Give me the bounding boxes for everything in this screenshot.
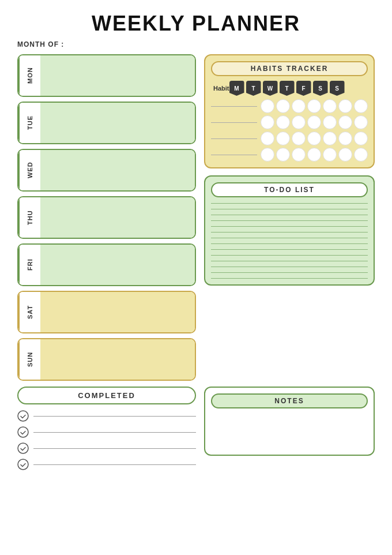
habit-row-0 (211, 99, 368, 113)
habit-circle-0-0[interactable] (261, 99, 274, 113)
day-content-sun[interactable] (40, 339, 195, 380)
habit-circle-1-5[interactable] (338, 115, 352, 129)
todo-line-9 (211, 255, 368, 256)
completed-item-3 (17, 459, 196, 470)
days-header-row: MTWTFSS (229, 81, 345, 96)
completed-header: COMPLETED (17, 387, 196, 404)
day-badge-6: S (330, 81, 345, 96)
habit-circle-1-1[interactable] (276, 115, 290, 129)
habit-circles-2 (261, 132, 368, 145)
svg-point-1 (18, 427, 28, 437)
habit-circle-3-5[interactable] (338, 148, 352, 162)
day-badge-0: M (229, 81, 244, 96)
day-label-fri: FRI (18, 245, 40, 285)
day-content-thu[interactable] (40, 197, 195, 238)
notes-section: NOTES (204, 387, 375, 456)
svg-point-0 (18, 411, 28, 421)
habit-circle-2-4[interactable] (323, 132, 337, 145)
svg-point-2 (18, 443, 28, 453)
habit-circle-0-1[interactable] (276, 99, 290, 113)
day-content-fri[interactable] (40, 245, 195, 285)
habits-tracker-title: HABITS TRACKER (211, 61, 368, 76)
todo-line-5 (211, 232, 368, 232)
day-content-tue[interactable] (40, 103, 195, 143)
todo-lines (211, 203, 368, 279)
day-label-tue: TUE (18, 103, 40, 143)
habit-circle-1-3[interactable] (307, 115, 321, 129)
habit-row-1 (211, 115, 368, 129)
day-label-wed: WED (18, 150, 40, 190)
todo-line-8 (211, 249, 368, 250)
habit-circle-2-3[interactable] (307, 132, 321, 145)
day-badge-3: T (280, 81, 295, 96)
day-row-sat: SAT (17, 291, 196, 333)
check-line-2 (33, 448, 196, 449)
completed-items (17, 410, 196, 470)
todo-line-6 (211, 238, 368, 238)
habit-name-line-3 (211, 155, 257, 155)
todo-line-7 (211, 243, 368, 244)
habit-row-3 (211, 148, 368, 162)
habit-circle-0-6[interactable] (354, 99, 368, 113)
todo-line-10 (211, 261, 368, 261)
todo-title: TO-DO LIST (211, 182, 368, 197)
check-icon-0 (17, 410, 29, 422)
svg-point-3 (18, 459, 28, 470)
habit-circle-2-5[interactable] (338, 132, 352, 145)
todo-line-13 (211, 278, 368, 279)
habit-name-line-2 (211, 138, 257, 139)
check-line-0 (33, 416, 196, 417)
day-badge-1: T (246, 81, 261, 96)
habit-circles-1 (261, 115, 368, 129)
day-row-wed: WED (17, 149, 196, 192)
habit-name-line-0 (211, 106, 257, 107)
habit-circle-1-0[interactable] (261, 115, 274, 129)
day-label-mon: MON (18, 55, 40, 96)
completed-item-2 (17, 442, 196, 454)
day-badge-4: F (296, 81, 311, 96)
day-row-mon: MON (17, 54, 196, 97)
habit-circle-0-2[interactable] (292, 99, 306, 113)
habits-rows (211, 99, 368, 162)
bottom-section: COMPLETED NOTES (17, 387, 375, 475)
habit-circle-3-3[interactable] (307, 148, 321, 162)
habit-column-header: Habit (211, 85, 229, 92)
habit-circle-3-4[interactable] (323, 148, 337, 162)
todo-line-2 (211, 215, 368, 215)
habit-circles-0 (261, 99, 368, 113)
day-content-wed[interactable] (40, 150, 195, 190)
page-title: WEEKLY PLANNER (17, 12, 375, 36)
habit-circle-1-4[interactable] (323, 115, 337, 129)
todo-line-1 (211, 209, 368, 209)
habit-circle-2-2[interactable] (292, 132, 306, 145)
habit-circles-3 (261, 148, 368, 162)
habit-circle-3-2[interactable] (292, 148, 306, 162)
habit-circle-3-6[interactable] (354, 148, 368, 162)
check-icon-2 (17, 442, 29, 454)
habit-circle-1-2[interactable] (292, 115, 306, 129)
todo-line-3 (211, 220, 368, 221)
day-label-sun: SUN (18, 339, 40, 380)
habit-circle-2-0[interactable] (261, 132, 274, 145)
days-column: MON TUE WED THU FRI SAT SUN (17, 54, 196, 381)
todo-section: TO-DO LIST (204, 175, 375, 286)
habit-circle-3-1[interactable] (276, 148, 290, 162)
habit-circle-0-4[interactable] (323, 99, 337, 113)
completed-item-0 (17, 410, 196, 422)
day-content-sat[interactable] (40, 292, 195, 332)
day-label-thu: THU (18, 197, 40, 238)
habit-circle-2-1[interactable] (276, 132, 290, 145)
day-content-mon[interactable] (40, 55, 195, 96)
habit-circle-0-3[interactable] (307, 99, 321, 113)
todo-line-12 (211, 272, 368, 273)
day-row-tue: TUE (17, 102, 196, 144)
habit-circle-2-6[interactable] (354, 132, 368, 145)
todo-line-11 (211, 267, 368, 267)
right-column: HABITS TRACKER Habit MTWTFSS TO-DO LIST (204, 54, 375, 286)
habit-circle-3-0[interactable] (261, 148, 274, 162)
month-of-label: MONTH OF : (17, 40, 375, 48)
habit-circle-1-6[interactable] (354, 115, 368, 129)
habit-circle-0-5[interactable] (338, 99, 352, 113)
habit-name-line-1 (211, 122, 257, 123)
day-badge-2: W (263, 81, 278, 96)
